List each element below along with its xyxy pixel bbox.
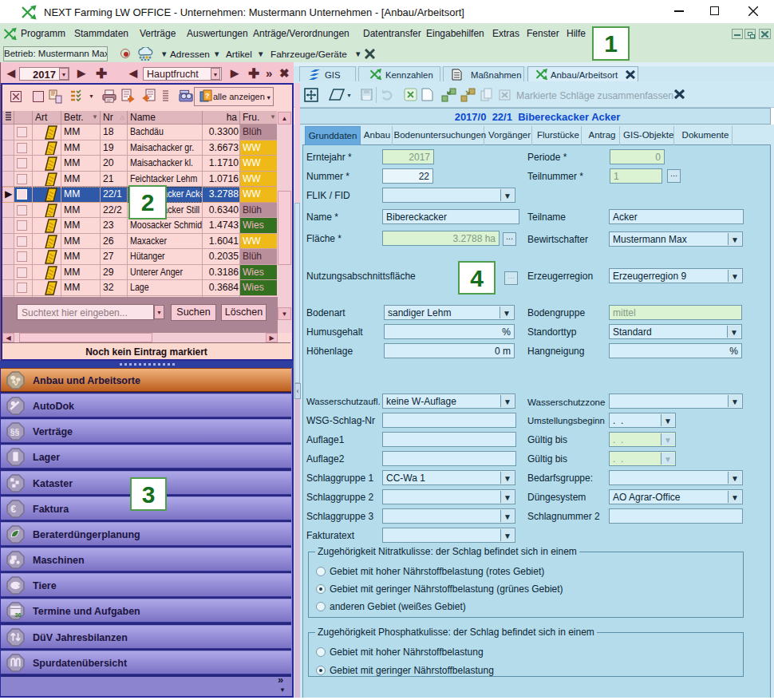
svg-text:?: ?	[205, 92, 210, 100]
svg-text:§§: §§	[10, 428, 20, 437]
svg-text:36: 36	[14, 611, 21, 619]
svg-text:€: €	[10, 503, 16, 514]
